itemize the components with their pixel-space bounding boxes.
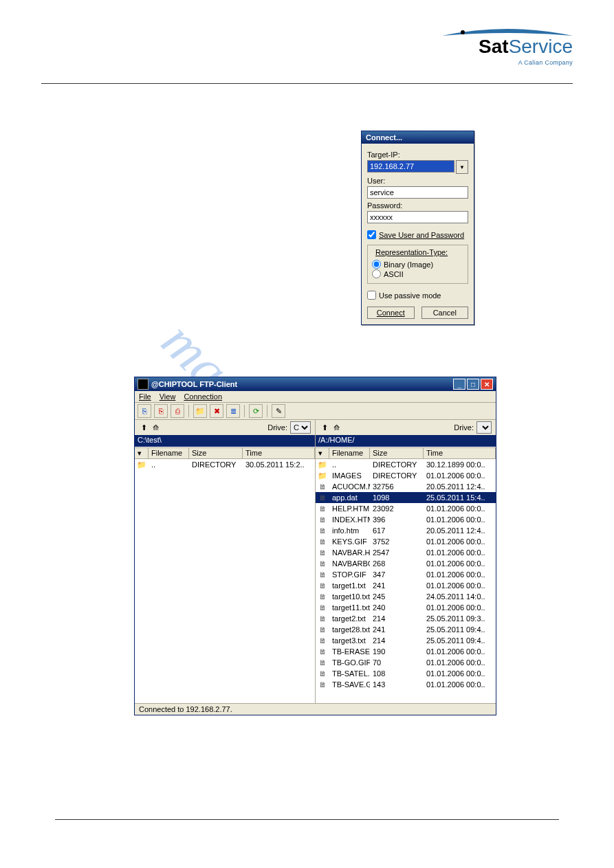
file-row[interactable]: 🗎ACUOCM.MIB3275620.05.2011 12:4.. bbox=[316, 481, 496, 492]
file-icon: 🗎 bbox=[316, 647, 329, 656]
file-row[interactable]: 🗎NAVBAR.HTM254701.01.2006 00:0.. bbox=[316, 547, 496, 558]
file-icon: 🗎 bbox=[316, 515, 329, 524]
file-icon: 🗎 bbox=[316, 625, 329, 634]
toolbar-view-icon[interactable]: ≣ bbox=[226, 404, 240, 418]
ftp-titlebar: @CHIPTOOL FTP-Client _ □ ✕ bbox=[135, 377, 496, 391]
toolbar-paste-icon[interactable]: ⎙ bbox=[171, 404, 184, 418]
password-label: Password: bbox=[367, 201, 468, 210]
ascii-radio[interactable] bbox=[372, 269, 381, 278]
page-header: SatService A Calian Company bbox=[41, 27, 573, 84]
menu-connection[interactable]: Connection bbox=[184, 392, 222, 401]
folder-row[interactable]: 📁..DIRECTORY30.12.1899 00:0.. bbox=[316, 459, 496, 470]
filename-cell: HELP.HTM bbox=[329, 504, 370, 513]
menu-view[interactable]: View bbox=[160, 392, 176, 401]
file-row[interactable]: 🗎NAVBARBG.GIF26801.01.2006 00:0.. bbox=[316, 558, 496, 569]
password-input[interactable] bbox=[367, 211, 468, 223]
minimize-button[interactable]: _ bbox=[453, 379, 465, 390]
user-input[interactable] bbox=[367, 186, 468, 199]
toolbar-delete-icon[interactable]: ✖ bbox=[210, 404, 223, 418]
logo-service: Service bbox=[509, 36, 573, 57]
ftp-client-window: @CHIPTOOL FTP-Client _ □ ✕ File View Con… bbox=[134, 377, 496, 715]
file-row[interactable]: 🗎HELP.HTM2309201.01.2006 00:0.. bbox=[316, 503, 496, 514]
filename-cell: NAVBARBG.GIF bbox=[329, 559, 370, 568]
nav-up-icon[interactable]: ⬆ bbox=[139, 423, 149, 432]
representation-group: Representation-Type: Binary (Image) ASCI… bbox=[367, 245, 468, 284]
size-cell: 241 bbox=[370, 581, 424, 590]
connect-titlebar: Connect... bbox=[362, 131, 474, 144]
filename-cell: target3.txt bbox=[329, 636, 370, 645]
left-drive-select[interactable]: C bbox=[290, 421, 311, 434]
file-row[interactable]: 🗎target28.txt24125.05.2011 09:4.. bbox=[316, 624, 496, 635]
folder-row[interactable]: 📁IMAGESDIRECTORY01.01.2006 00:0.. bbox=[316, 470, 496, 481]
toolbar-tool-icon[interactable]: ✎ bbox=[272, 404, 285, 418]
sort-col[interactable]: ▾ bbox=[135, 447, 149, 459]
file-row[interactable]: 🗎target11.txt24001.01.2006 00:0.. bbox=[316, 602, 496, 613]
left-list[interactable]: 📁..DIRECTORY30.05.2011 15:2.. bbox=[135, 459, 315, 703]
right-path: /A:/HOME/ bbox=[316, 435, 496, 447]
time-cell: 24.05.2011 14:0.. bbox=[424, 592, 496, 601]
size-cell: DIRECTORY bbox=[189, 460, 243, 469]
file-row[interactable]: 🗎KEYS.GIF375201.01.2006 00:0.. bbox=[316, 536, 496, 547]
logo-subtitle: A Calian Company bbox=[442, 59, 573, 66]
col-filename[interactable]: Filename bbox=[149, 447, 189, 459]
cancel-button[interactable]: Cancel bbox=[421, 307, 469, 319]
passive-checkbox[interactable] bbox=[367, 291, 376, 300]
file-icon: 🗎 bbox=[316, 680, 329, 689]
file-row[interactable]: 🗎target2.txt21425.05.2011 09:3.. bbox=[316, 613, 496, 624]
file-icon: 🗎 bbox=[316, 570, 329, 579]
maximize-button[interactable]: □ bbox=[467, 379, 479, 390]
right-drive-select[interactable] bbox=[476, 421, 492, 434]
svg-point-0 bbox=[461, 30, 465, 34]
save-user-checkbox[interactable] bbox=[367, 230, 376, 239]
col-size[interactable]: Size bbox=[370, 447, 424, 459]
size-cell: 245 bbox=[370, 592, 424, 601]
time-cell: 01.01.2006 00:0.. bbox=[424, 680, 496, 689]
file-row[interactable]: 🗎target10.txt24524.05.2011 14:0.. bbox=[316, 591, 496, 602]
file-icon: 🗎 bbox=[316, 482, 329, 491]
file-row[interactable]: 🗎info.htm61720.05.2011 12:4.. bbox=[316, 525, 496, 536]
menu-file[interactable]: File bbox=[139, 392, 151, 401]
toolbar-copy-icon[interactable]: ⎘ bbox=[138, 404, 151, 418]
filename-cell: INDEX.HTM bbox=[329, 515, 370, 524]
nav-up-icon[interactable]: ⬆ bbox=[320, 423, 329, 432]
nav-home-icon[interactable]: ⟰ bbox=[151, 423, 160, 432]
file-row[interactable]: 🗎target1.txt24101.01.2006 00:0.. bbox=[316, 580, 496, 591]
filename-cell: app.dat bbox=[329, 493, 370, 502]
target-ip-input[interactable] bbox=[367, 160, 454, 173]
col-time[interactable]: Time bbox=[243, 447, 315, 459]
target-ip-dropdown-button[interactable]: ▼ bbox=[456, 160, 468, 174]
filename-cell: STOP.GIF bbox=[329, 570, 370, 579]
file-row[interactable]: 🗎TB-ERASE.GIF19001.01.2006 00:0.. bbox=[316, 646, 496, 657]
file-row[interactable]: 🗎TB-SATEL.GIF10801.01.2006 00:0.. bbox=[316, 668, 496, 679]
binary-label: Binary (Image) bbox=[384, 260, 433, 269]
toolbar-copy2-icon[interactable]: ⎘ bbox=[154, 404, 168, 418]
col-time[interactable]: Time bbox=[424, 447, 496, 459]
file-row[interactable]: 🗎target3.txt21425.05.2011 09:4.. bbox=[316, 635, 496, 646]
size-cell: 268 bbox=[370, 559, 424, 568]
size-cell: 3752 bbox=[370, 537, 424, 546]
logo: SatService A Calian Company bbox=[442, 27, 573, 66]
right-list-header: ▾ Filename Size Time bbox=[316, 447, 496, 459]
col-filename[interactable]: Filename bbox=[329, 447, 370, 459]
ftp-title-text: @CHIPTOOL FTP-Client bbox=[151, 380, 237, 388]
toolbar-folder-icon[interactable]: 📁 bbox=[193, 404, 207, 418]
col-size[interactable]: Size bbox=[189, 447, 243, 459]
close-button[interactable]: ✕ bbox=[481, 379, 493, 390]
binary-radio[interactable] bbox=[372, 260, 381, 269]
file-row[interactable]: 🗎app.dat109825.05.2011 15:4.. bbox=[316, 492, 496, 503]
size-cell: 241 bbox=[370, 625, 424, 634]
size-cell: 1098 bbox=[370, 493, 424, 502]
file-row[interactable]: 🗎TB-SAVE.GIF14301.01.2006 00:0.. bbox=[316, 679, 496, 690]
nav-home-icon[interactable]: ⟰ bbox=[331, 423, 341, 432]
file-row[interactable]: 🗎TB-GO.GIF7001.01.2006 00:0.. bbox=[316, 657, 496, 668]
toolbar-sep bbox=[188, 405, 189, 417]
time-cell: 01.01.2006 00:0.. bbox=[424, 537, 496, 546]
folder-row[interactable]: 📁..DIRECTORY30.05.2011 15:2.. bbox=[135, 459, 315, 470]
file-row[interactable]: 🗎INDEX.HTM39601.01.2006 00:0.. bbox=[316, 514, 496, 525]
file-row[interactable]: 🗎STOP.GIF34701.01.2006 00:0.. bbox=[316, 569, 496, 580]
connect-button[interactable]: Connect bbox=[367, 307, 415, 319]
toolbar-refresh-icon[interactable]: ⟳ bbox=[249, 404, 263, 418]
sort-col[interactable]: ▾ bbox=[316, 447, 329, 459]
right-list[interactable]: 📁..DIRECTORY30.12.1899 00:0..📁IMAGESDIRE… bbox=[316, 459, 496, 703]
toolbar: ⎘ ⎘ ⎙ 📁 ✖ ≣ ⟳ ✎ bbox=[135, 403, 496, 420]
